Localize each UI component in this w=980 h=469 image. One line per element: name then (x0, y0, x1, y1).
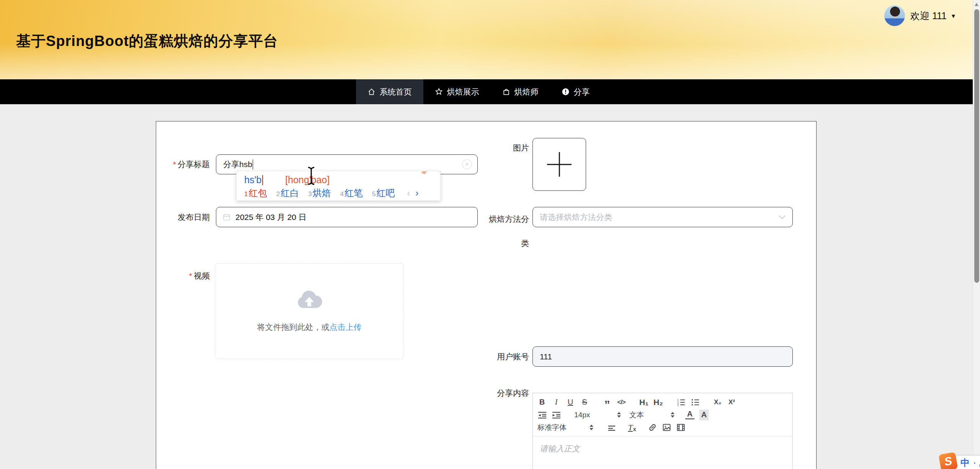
publish-date-value: 2025 年 03 月 20 日 (231, 212, 307, 223)
nav-item-baker[interactable]: 烘焙师 (491, 79, 550, 104)
image-label: 图片 (475, 139, 529, 156)
text-caret (253, 159, 253, 169)
updown-arrows-icon (671, 412, 675, 418)
heading2-button[interactable]: H₂ (653, 397, 663, 408)
nav-item-label: 分享 (574, 87, 590, 97)
required-mark: * (189, 271, 192, 280)
blockquote-button[interactable]: ” (603, 397, 612, 408)
ime-prev-page[interactable]: ‹ (407, 188, 410, 198)
sogou-logo-icon: S (939, 452, 958, 469)
code-button[interactable]: </> (617, 397, 626, 408)
bake-method-label: 烘焙方法分类 (487, 207, 529, 255)
bake-method-select[interactable]: 请选择烘焙方法分类 (532, 207, 793, 227)
chevron-down-icon: ▼ (951, 13, 956, 19)
outdent-button[interactable] (537, 410, 547, 420)
share-title-value: 分享hsb (216, 159, 252, 170)
updown-arrows-icon (617, 412, 621, 418)
ime-composition: hs'b (244, 174, 261, 185)
main-nav: 系统首页 烘焙展示 烘焙师 (0, 79, 980, 104)
account-value: 111 (533, 352, 552, 361)
bg-color-button[interactable]: A (699, 410, 709, 420)
ime-candidate[interactable]: 2红白 (276, 187, 299, 199)
updown-arrows-icon (590, 425, 593, 430)
image-upload-box[interactable] (532, 138, 586, 191)
scroll-up-arrow-icon[interactable] (975, 3, 978, 6)
insert-image-icon[interactable] (662, 422, 671, 433)
welcome-text: 欢迎 111 (910, 10, 947, 22)
scrollbar-thumb[interactable] (974, 9, 979, 283)
video-upload-dropzone[interactable]: 将文件拖到此处，或点击上传 (215, 263, 404, 359)
text-cursor (306, 166, 316, 185)
ime-candidate[interactable]: 5红吧 (372, 187, 395, 199)
nav-items: 系统首页 烘焙展示 烘焙师 (356, 79, 601, 104)
publish-date-input[interactable]: 2025 年 03 月 20 日 (216, 207, 478, 227)
click-upload-link[interactable]: 点击上传 (330, 323, 362, 331)
vertical-scrollbar[interactable] (973, 0, 980, 469)
clear-input-icon[interactable]: × (462, 159, 472, 169)
editor-toolbar: B I U S ” </> H₁ H₂ 123 (533, 393, 792, 436)
nav-item-label: 烘焙展示 (447, 87, 479, 97)
account-label: 用户账号 (475, 346, 529, 367)
plus-icon (559, 152, 560, 177)
ime-next-page[interactable]: › (415, 188, 418, 198)
align-button[interactable] (607, 422, 616, 433)
ime-candidate[interactable]: 4红笔 (340, 187, 363, 199)
nav-item-label: 系统首页 (380, 87, 412, 97)
ime-status-bar[interactable]: S 中 ·， (942, 455, 980, 469)
ime-punct-indicator[interactable]: ·， (973, 458, 980, 468)
ime-candidate[interactable]: 3烘焙 (308, 187, 331, 199)
superscript-button[interactable]: X² (727, 397, 737, 408)
font-family-dropdown[interactable]: 标准字体 (537, 423, 593, 433)
nav-item-label: 烘焙师 (514, 87, 539, 97)
editor-content-area[interactable]: 请输入正文 (533, 436, 792, 461)
publish-date-label: 发布日期 (156, 207, 210, 227)
video-label: *视频 (156, 271, 210, 280)
clear-format-button[interactable]: Tx (627, 422, 637, 433)
italic-button[interactable]: I (552, 397, 561, 408)
font-size-dropdown[interactable]: 14px (574, 411, 621, 419)
home-icon (368, 88, 376, 96)
heading1-button[interactable]: H₁ (639, 397, 648, 408)
user-menu[interactable]: 欢迎 111 ▼ (884, 5, 956, 26)
ime-candidate-popup: hs'b [hong'bao] 1红包 2红白 3烘焙 4红笔 5红吧 ‹ › (236, 171, 441, 201)
link-icon[interactable] (648, 422, 657, 433)
star-icon (435, 88, 443, 96)
bold-button[interactable]: B (537, 397, 547, 408)
page-title: 基于SpringBoot的蛋糕烘焙的分享平台 (16, 31, 278, 51)
format-dropdown[interactable]: 文本 (629, 410, 675, 420)
nav-item-share[interactable]: 分享 (550, 79, 601, 104)
ordered-list-button[interactable]: 123 (676, 397, 686, 408)
indent-button[interactable] (552, 410, 561, 420)
upload-tip: 将文件拖到此处，或点击上传 (215, 322, 403, 333)
bag-icon (502, 88, 510, 96)
share-title-label: *分享标题 (156, 154, 210, 174)
ime-lang-indicator[interactable]: 中 (960, 457, 970, 469)
calendar-icon (222, 213, 231, 221)
svg-text:3: 3 (677, 403, 679, 406)
rich-text-editor: B I U S ” </> H₁ H₂ 123 (532, 393, 793, 469)
chevron-down-icon (779, 215, 786, 219)
avatar[interactable] (884, 5, 905, 26)
bullet-list-button[interactable] (691, 397, 700, 408)
underline-button[interactable]: U (566, 397, 575, 408)
content-label: 分享内容 (475, 389, 529, 398)
required-mark: * (173, 160, 176, 169)
info-icon (562, 88, 570, 96)
text-color-button[interactable]: A (685, 410, 694, 420)
nav-item-home[interactable]: 系统首页 (356, 79, 423, 104)
strikethrough-button[interactable]: S (580, 397, 589, 408)
subscript-button[interactable]: X₂ (713, 397, 722, 408)
nav-item-bake-display[interactable]: 烘焙展示 (423, 79, 491, 104)
upload-cloud-icon (296, 287, 323, 310)
ime-caret (262, 175, 263, 185)
bake-method-placeholder: 请选择烘焙方法分类 (533, 212, 612, 223)
ime-candidate[interactable]: 1红包 (244, 187, 267, 199)
account-input[interactable]: 111 (532, 346, 793, 367)
header-banner: 基于SpringBoot的蛋糕烘焙的分享平台 欢迎 111 ▼ (0, 0, 980, 79)
insert-video-icon[interactable] (676, 422, 685, 433)
